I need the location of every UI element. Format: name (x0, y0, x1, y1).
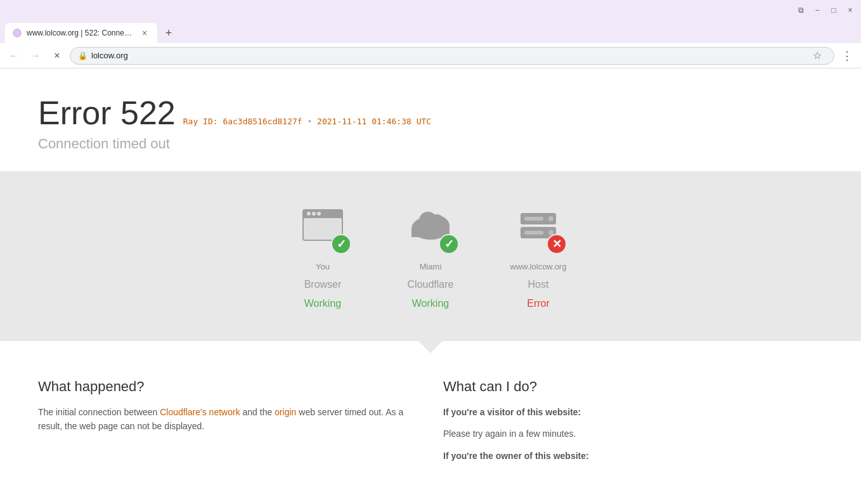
what-can-i-do-col: What can I do? If you're a visitor of th… (443, 378, 823, 470)
address-bar: ← → × 🔒 lolcow.org ☆ ⋮ (0, 43, 861, 68)
ray-id-value: 6ac3d8516cd8127f (223, 117, 302, 126)
error-title-row: Error 522 Ray ID: 6ac3d8516cd8127f • 202… (38, 94, 823, 132)
what-can-i-do-title: What can I do? (443, 378, 823, 395)
bookmark-button[interactable]: ☆ (808, 47, 826, 65)
what-happened-title: What happened? (38, 378, 418, 395)
cloudflare-icon-wrap: ✓ (402, 197, 459, 254)
owner-label: If you're the owner of this website: (443, 449, 823, 463)
maximize-button[interactable]: □ (828, 4, 839, 16)
svg-rect-17 (524, 217, 543, 221)
page-content: Error 522 Ray ID: 6ac3d8516cd8127f • 202… (0, 68, 861, 496)
browser-menu-button[interactable]: ⋮ (838, 47, 856, 65)
what-happened-col: What happened? The initial connection be… (38, 378, 418, 470)
status-host: ✕ www.lolcow.org Host Error (510, 197, 567, 309)
url-bar[interactable]: 🔒 lolcow.org ☆ (70, 47, 834, 65)
title-bar: ⧉ − □ × (0, 0, 861, 20)
reload-button[interactable]: × (48, 47, 66, 65)
status-cloudflare: ✓ Miami Cloudflare Working (402, 197, 459, 309)
svg-rect-18 (524, 231, 543, 235)
error-subtitle: Connection timed out (38, 136, 823, 152)
cloudflare-state: Working (412, 298, 449, 309)
origin-link[interactable]: origin (275, 407, 296, 417)
url-actions: ☆ (808, 47, 826, 65)
info-section: What happened? The initial connection be… (0, 353, 861, 496)
ray-label: Ray ID: (183, 117, 218, 126)
host-state: Error (527, 298, 550, 309)
arrow-down (0, 340, 861, 353)
status-you: ✓ You Browser Working (294, 197, 351, 309)
cloudflare-link[interactable]: Cloudflare's network (160, 407, 240, 417)
browser-chrome: ⧉ − □ × www.lolcow.org | 522: Connectio … (0, 0, 861, 68)
body-prefix: The initial connection between (38, 407, 160, 417)
browser-icon-wrap: ✓ (294, 197, 351, 254)
you-name: Browser (304, 279, 342, 290)
cloudflare-name: Cloudflare (408, 279, 454, 290)
cloudflare-location: Miami (420, 262, 442, 271)
tabs-bar: www.lolcow.org | 522: Connectio × + (0, 20, 861, 43)
error-code: Error 522 (38, 94, 176, 132)
ray-id-text: Ray ID: 6ac3d8516cd8127f • 2021-11-11 01… (183, 117, 431, 126)
svg-point-4 (307, 212, 311, 216)
url-text: lolcow.org (91, 51, 128, 60)
body-middle: and the (240, 407, 275, 417)
secure-icon: 🔒 (78, 51, 87, 60)
active-tab[interactable]: www.lolcow.org | 522: Connectio × (5, 23, 157, 43)
svg-point-5 (312, 212, 316, 216)
new-tab-button[interactable]: + (160, 24, 178, 42)
host-location: www.lolcow.org (510, 262, 567, 271)
svg-point-15 (548, 216, 554, 221)
ray-timestamp: 2021-11-11 01:46:38 UTC (317, 117, 431, 126)
error-header: Error 522 Ray ID: 6ac3d8516cd8127f • 202… (0, 68, 861, 172)
arrow-shape (418, 340, 443, 353)
restore-button[interactable]: − (812, 4, 823, 16)
you-state: Working (304, 298, 341, 309)
you-status-badge: ✓ (331, 234, 351, 254)
what-happened-body: The initial connection between Cloudflar… (38, 405, 418, 434)
close-button[interactable]: × (845, 4, 856, 16)
visitor-label: If you're a visitor of this website: (443, 405, 823, 419)
host-name: Host (528, 279, 549, 290)
you-location: You (316, 262, 330, 271)
minimize-button[interactable]: ⧉ (795, 4, 806, 16)
status-section: ✓ You Browser Working ✓ Miami Cl (0, 172, 861, 341)
svg-point-11 (429, 214, 444, 229)
tab-close-button[interactable]: × (139, 28, 150, 38)
host-status-badge: ✕ (547, 234, 567, 254)
back-button[interactable]: ← (5, 47, 23, 65)
svg-point-0 (13, 29, 21, 37)
visitor-text: Please try again in a few minutes. (443, 427, 823, 441)
tab-title: www.lolcow.org | 522: Connectio (27, 29, 134, 37)
svg-point-6 (317, 212, 321, 216)
host-icon-wrap: ✕ (510, 197, 567, 254)
forward-button[interactable]: → (27, 47, 44, 65)
cloudflare-status-badge: ✓ (439, 234, 459, 254)
ray-dot: • (307, 117, 312, 126)
tab-favicon (13, 29, 22, 37)
